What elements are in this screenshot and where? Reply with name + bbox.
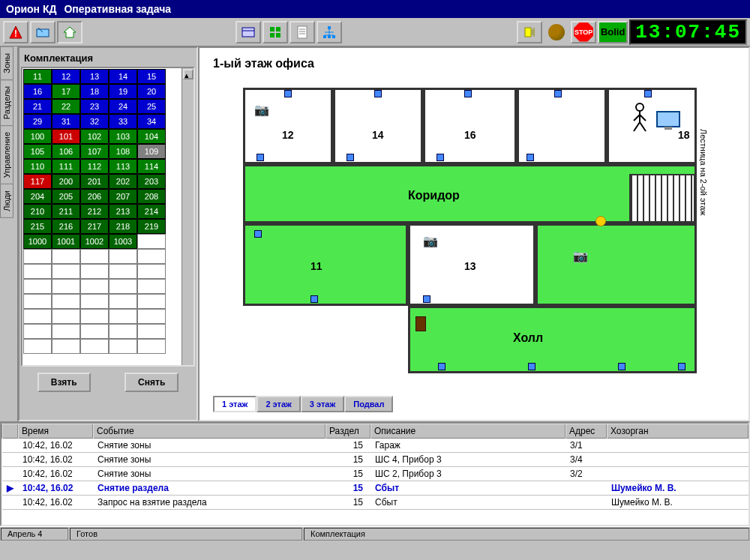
zone-cell-207[interactable]: 207 bbox=[109, 189, 137, 204]
zone-cell-24[interactable]: 24 bbox=[109, 99, 137, 114]
sensor-icon[interactable] bbox=[528, 363, 536, 370]
col-section[interactable]: Раздел bbox=[326, 424, 370, 439]
col-desc[interactable]: Описание bbox=[370, 424, 566, 439]
zone-cell-203[interactable]: 203 bbox=[137, 174, 166, 189]
log-row[interactable]: 10:42, 16.02Снятие зоны15ШС 2, Прибор 33… bbox=[2, 467, 748, 481]
zone-cell-117[interactable]: 117 bbox=[23, 174, 52, 189]
zone-cell-211[interactable]: 211 bbox=[52, 204, 80, 219]
zone-cell-105[interactable]: 105 bbox=[23, 144, 52, 159]
zone-cell-1002[interactable]: 1002 bbox=[80, 234, 109, 249]
sensor-icon[interactable] bbox=[464, 90, 472, 97]
arm-button[interactable]: Взять bbox=[38, 373, 91, 392]
alarm-dot-icon[interactable] bbox=[596, 216, 606, 226]
sensor-icon[interactable] bbox=[678, 363, 686, 370]
sensor-icon[interactable] bbox=[256, 154, 264, 161]
sensor-icon[interactable] bbox=[436, 154, 444, 161]
col-time[interactable]: Время bbox=[18, 424, 93, 439]
zone-cell-113[interactable]: 113 bbox=[109, 159, 137, 174]
zone-cell-202[interactable]: 202 bbox=[109, 174, 137, 189]
zone-cell-1003[interactable]: 1003 bbox=[109, 234, 137, 249]
zone-cell-14[interactable]: 14 bbox=[109, 69, 137, 84]
tab-people[interactable]: Люди bbox=[0, 184, 14, 218]
sensor-icon[interactable] bbox=[438, 363, 446, 370]
zone-cell-23[interactable]: 23 bbox=[80, 99, 109, 114]
zone-cell-201[interactable]: 201 bbox=[80, 174, 109, 189]
zone-cell-104[interactable]: 104 bbox=[137, 129, 166, 144]
sensor-icon[interactable] bbox=[618, 363, 626, 370]
sensor-icon[interactable] bbox=[374, 90, 382, 97]
plan-canvas[interactable]: Лестница на 2-ой этаж 12 14 16 18 Коридо… bbox=[213, 76, 735, 391]
zone-cell-214[interactable]: 214 bbox=[137, 204, 166, 219]
zone-cell-13[interactable]: 13 bbox=[80, 69, 109, 84]
zone-cell-20[interactable]: 20 bbox=[137, 84, 166, 99]
zone-cell-25[interactable]: 25 bbox=[137, 99, 166, 114]
zone-cell-212[interactable]: 212 bbox=[80, 204, 109, 219]
zone-cell-102[interactable]: 102 bbox=[80, 129, 109, 144]
col-owner[interactable]: Хозорган bbox=[607, 424, 748, 439]
log-row[interactable]: 10:42, 16.02Снятие зоны15Гараж3/1 bbox=[2, 439, 748, 453]
zone-cell-1001[interactable]: 1001 bbox=[52, 234, 80, 249]
log-row[interactable]: 10:42, 16.02Снятие зоны15ШС 4, Прибор 33… bbox=[2, 453, 748, 467]
log-row[interactable]: ▶10:42, 16.02Снятие раздела15СбытШумейко… bbox=[2, 481, 748, 496]
zone-cell-100[interactable]: 100 bbox=[23, 129, 52, 144]
zone-cell-15[interactable]: 15 bbox=[137, 69, 166, 84]
col-event[interactable]: Событие bbox=[93, 424, 326, 439]
tab-partitions[interactable]: Разделы bbox=[0, 79, 14, 126]
zone-cell-219[interactable]: 219 bbox=[137, 219, 166, 234]
zone-cell-106[interactable]: 106 bbox=[52, 144, 80, 159]
zone-cell-205[interactable]: 205 bbox=[52, 189, 80, 204]
tab-basement[interactable]: Подвал bbox=[344, 396, 393, 412]
zone-cell-12[interactable]: 12 bbox=[52, 69, 80, 84]
zone-cell-111[interactable]: 111 bbox=[52, 159, 80, 174]
sensor-icon[interactable] bbox=[644, 90, 652, 97]
zone-cell-210[interactable]: 210 bbox=[23, 204, 52, 219]
zone-cell-208[interactable]: 208 bbox=[137, 189, 166, 204]
zone-cell-31[interactable]: 31 bbox=[52, 114, 80, 129]
log-row[interactable]: 10:42, 16.02Запрос на взятие раздела15Сб… bbox=[2, 496, 748, 510]
camera-icon[interactable]: 📷 bbox=[423, 234, 438, 248]
home-button[interactable] bbox=[57, 21, 82, 43]
zone-cell-101[interactable]: 101 bbox=[52, 129, 80, 144]
alert-button[interactable]: ! bbox=[3, 21, 28, 43]
zone-cell-217[interactable]: 217 bbox=[80, 219, 109, 234]
sensor-icon[interactable] bbox=[346, 154, 354, 161]
zone-cell-17[interactable]: 17 bbox=[52, 84, 80, 99]
network-button[interactable] bbox=[316, 21, 342, 43]
tab-floor-2[interactable]: 2 этаж bbox=[256, 396, 300, 412]
sound-button[interactable] bbox=[517, 21, 542, 43]
zone-cell-1000[interactable]: 1000 bbox=[23, 234, 52, 249]
zone-cell-109[interactable]: 109 bbox=[137, 144, 166, 159]
zone-cell-216[interactable]: 216 bbox=[52, 219, 80, 234]
tab-control[interactable]: Управление bbox=[0, 125, 14, 184]
zone-cell-215[interactable]: 215 bbox=[23, 219, 52, 234]
zone-cell-18[interactable]: 18 bbox=[80, 84, 109, 99]
stop-button[interactable]: STOP bbox=[571, 21, 596, 43]
tab-floor-1[interactable]: 1 этаж bbox=[213, 396, 256, 412]
zone-cell-206[interactable]: 206 bbox=[80, 189, 109, 204]
col-addr[interactable]: Адрес bbox=[566, 424, 607, 439]
tab-zones[interactable]: Зоны bbox=[0, 46, 14, 80]
door-icon[interactable] bbox=[416, 316, 426, 331]
camera-icon[interactable]: 📷 bbox=[573, 249, 588, 263]
zone-cell-34[interactable]: 34 bbox=[137, 114, 166, 129]
zone-cell-107[interactable]: 107 bbox=[80, 144, 109, 159]
sensor-icon[interactable] bbox=[310, 295, 318, 303]
tab-floor-3[interactable]: 3 этаж bbox=[301, 396, 344, 412]
zone-cell-112[interactable]: 112 bbox=[80, 159, 109, 174]
zone-cell-114[interactable]: 114 bbox=[137, 159, 166, 174]
scroll-up-icon[interactable]: ▴ bbox=[183, 69, 194, 79]
disarm-button[interactable]: Снять bbox=[124, 373, 178, 392]
zone-cell-16[interactable]: 16 bbox=[23, 84, 52, 99]
zone-cell-103[interactable]: 103 bbox=[109, 129, 137, 144]
zone-cell-110[interactable]: 110 bbox=[23, 159, 52, 174]
zone-cell-200[interactable]: 200 bbox=[52, 174, 80, 189]
zone-cell-21[interactable]: 21 bbox=[23, 99, 52, 114]
sensor-icon[interactable] bbox=[554, 90, 562, 97]
zone-cell-218[interactable]: 218 bbox=[109, 219, 137, 234]
zone-cell-204[interactable]: 204 bbox=[23, 189, 52, 204]
zone-cell-33[interactable]: 33 bbox=[109, 114, 137, 129]
zone-cell-213[interactable]: 213 bbox=[109, 204, 137, 219]
zone-cell-29[interactable]: 29 bbox=[23, 114, 52, 129]
zone-cell-19[interactable]: 19 bbox=[109, 84, 137, 99]
sensor-icon[interactable] bbox=[526, 154, 534, 161]
